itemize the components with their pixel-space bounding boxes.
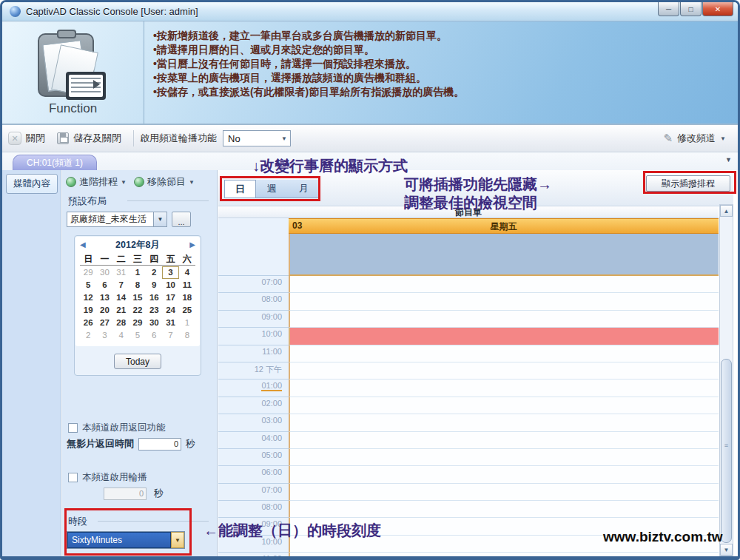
calendar-day[interactable]: 12 bbox=[80, 291, 96, 304]
calendar-day[interactable]: 1 bbox=[179, 317, 195, 329]
weekday-label: 六 bbox=[179, 253, 195, 266]
loop-feature-checkbox[interactable] bbox=[68, 473, 78, 482]
time-slot[interactable] bbox=[289, 432, 719, 449]
maximize-button[interactable]: □ bbox=[680, 2, 702, 16]
next-month-icon[interactable]: ▶ bbox=[189, 240, 195, 249]
calendar-day[interactable]: 2 bbox=[146, 266, 162, 279]
instruction-line: •按儲存，或直接派送(有此權限者)節目單給所有指派播放的廣告機。 bbox=[153, 85, 732, 99]
main-content: 媒體內容 進階排程 ▼ 移除節目 ▼ 預設布局 原廠頻道_未來生活 ▼ ... bbox=[2, 170, 738, 556]
calendar-day[interactable]: 14 bbox=[113, 291, 130, 304]
time-slot[interactable] bbox=[289, 293, 719, 310]
calendar-day[interactable]: 22 bbox=[130, 304, 146, 317]
calendar-day[interactable]: 31 bbox=[162, 317, 178, 329]
calendar-day[interactable]: 21 bbox=[113, 304, 130, 317]
allday-band bbox=[218, 234, 719, 276]
time-row: 09:00 bbox=[218, 311, 719, 328]
calendar-day[interactable]: 1 bbox=[130, 266, 146, 279]
calendar-day[interactable]: 10 bbox=[162, 279, 178, 291]
time-slot[interactable] bbox=[289, 501, 719, 518]
more-layouts-button[interactable]: ... bbox=[172, 212, 191, 227]
prev-month-icon[interactable]: ◀ bbox=[80, 240, 86, 249]
chevron-down-icon[interactable]: ▼ bbox=[725, 156, 732, 163]
calendar-day[interactable]: 18 bbox=[179, 291, 195, 304]
time-slot[interactable] bbox=[289, 449, 719, 466]
time-slot[interactable] bbox=[289, 345, 719, 362]
mini-calendar-weekdays: 日一二三四五六 bbox=[80, 253, 195, 266]
calendar-day[interactable]: 5 bbox=[80, 279, 96, 291]
time-slot[interactable] bbox=[289, 362, 719, 379]
close-button[interactable]: ✕ bbox=[702, 2, 733, 16]
calendar-day[interactable]: 3 bbox=[96, 329, 112, 342]
time-row: 07:00 bbox=[218, 484, 719, 501]
calendar-day[interactable]: 30 bbox=[146, 317, 162, 329]
chevron-down-icon[interactable]: ▼ bbox=[189, 179, 195, 186]
chevron-down-icon[interactable]: ▼ bbox=[154, 212, 167, 227]
time-slot[interactable] bbox=[289, 311, 719, 328]
scroll-down-icon[interactable]: ▼ bbox=[720, 544, 733, 556]
return-time-input[interactable]: 0 bbox=[138, 438, 181, 451]
time-label: 07:00 bbox=[218, 484, 289, 501]
time-slot[interactable] bbox=[289, 397, 719, 414]
calendar-day[interactable]: 24 bbox=[162, 304, 178, 317]
calendar-day[interactable]: 4 bbox=[179, 266, 195, 279]
layout-select[interactable]: 原廠頻道_未來生活 ▼ ... bbox=[67, 212, 191, 227]
calendar-day[interactable]: 16 bbox=[146, 291, 162, 304]
allday-slot[interactable] bbox=[289, 234, 719, 276]
today-button[interactable]: Today bbox=[114, 354, 161, 369]
calendar-day[interactable]: 6 bbox=[146, 329, 162, 342]
calendar-day[interactable]: 29 bbox=[130, 317, 146, 329]
loop-time-input[interactable]: 0 bbox=[104, 488, 147, 500]
chevron-down-icon[interactable]: ▼ bbox=[121, 179, 127, 186]
calendar-day[interactable]: 13 bbox=[96, 291, 112, 304]
time-row: 10:00 bbox=[218, 328, 719, 345]
instructions: •按新增頻道後，建立一筆由單台或多台廣告機播放的新節目單。•請選擇用日曆的日、週… bbox=[153, 29, 732, 99]
minimize-button[interactable]: ─ bbox=[658, 2, 679, 16]
calendar-day[interactable]: 17 bbox=[162, 291, 178, 304]
calendar-day[interactable]: 28 bbox=[113, 317, 130, 329]
scroll-up-icon[interactable]: ▲ bbox=[720, 205, 733, 217]
time-slot[interactable] bbox=[289, 414, 719, 431]
window-title: CaptivAD Classic Console [User: admin] bbox=[26, 6, 198, 17]
calendar-day[interactable]: 26 bbox=[80, 317, 96, 329]
calendar-day[interactable]: 20 bbox=[96, 304, 112, 317]
chevron-down-icon: ▼ bbox=[720, 135, 726, 142]
return-feature-checkbox[interactable] bbox=[68, 423, 78, 433]
media-content-tab[interactable]: 媒體內容 bbox=[6, 174, 58, 194]
time-slot[interactable] bbox=[289, 466, 719, 483]
calendar-day[interactable]: 23 bbox=[146, 304, 162, 317]
calendar-day[interactable]: 31 bbox=[113, 266, 130, 279]
vertical-scrollbar[interactable]: ▲ ▼ bbox=[719, 204, 733, 556]
time-slot[interactable] bbox=[289, 328, 719, 345]
calendar-day[interactable]: 7 bbox=[162, 329, 178, 342]
carousel-select[interactable]: No ▼ bbox=[223, 130, 291, 146]
calendar-day[interactable]: 29 bbox=[80, 266, 96, 279]
calendar-day[interactable]: 11 bbox=[179, 279, 195, 291]
modify-channel-button[interactable]: ✎ 修改頻道 ▼ bbox=[658, 129, 733, 148]
calendar-day[interactable]: 25 bbox=[179, 304, 195, 317]
calendar-day[interactable]: 15 bbox=[130, 291, 146, 304]
calendar-day[interactable]: 4 bbox=[113, 329, 130, 342]
playlist-icon bbox=[66, 72, 106, 100]
advanced-schedule-button[interactable]: 進階排程 bbox=[79, 175, 118, 189]
return-time-label: 無影片返回時間 bbox=[67, 437, 134, 451]
calendar-day[interactable]: 8 bbox=[179, 329, 195, 342]
time-slot[interactable] bbox=[289, 379, 719, 397]
channel-tab[interactable]: CH:01(頻道 1) bbox=[13, 155, 97, 170]
calendar-day[interactable]: 8 bbox=[130, 279, 146, 291]
time-slot[interactable] bbox=[289, 484, 719, 501]
calendar-day[interactable]: 2 bbox=[80, 329, 96, 342]
calendar-day[interactable]: 9 bbox=[146, 279, 162, 291]
time-slot[interactable] bbox=[289, 276, 719, 293]
save-close-button[interactable]: 儲存及關閉 bbox=[51, 129, 127, 148]
calendar-day[interactable]: 27 bbox=[96, 317, 112, 329]
calendar-day[interactable]: 30 bbox=[96, 266, 112, 279]
close-schedule-button[interactable]: ✕ 關閉 bbox=[2, 129, 51, 148]
calendar-day-selected[interactable]: 3 bbox=[162, 266, 178, 279]
calendar-day[interactable]: 19 bbox=[80, 304, 96, 317]
time-slot[interactable] bbox=[289, 553, 719, 556]
calendar-day[interactable]: 5 bbox=[130, 329, 146, 342]
remove-program-button[interactable]: 移除節目 bbox=[147, 175, 186, 189]
calendar-day[interactable]: 7 bbox=[113, 279, 130, 291]
calendar-day[interactable]: 6 bbox=[96, 279, 112, 291]
scrollbar-thumb[interactable] bbox=[721, 359, 732, 543]
